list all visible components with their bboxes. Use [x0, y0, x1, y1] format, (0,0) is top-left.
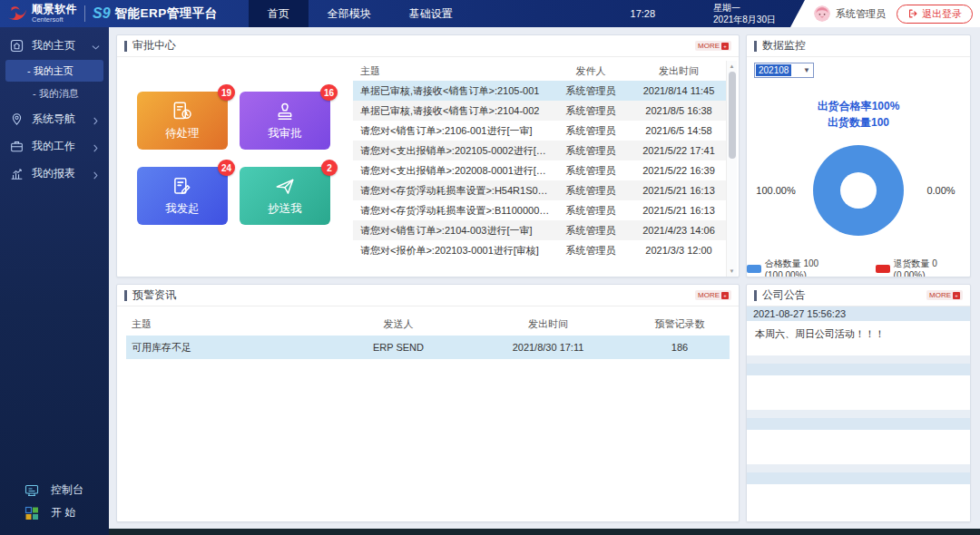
column-header-subject: 主题 [126, 317, 330, 331]
nav-icon [10, 112, 24, 126]
notice-content[interactable]: 本周六、周日公司活动！！！ [747, 321, 970, 355]
notice-content[interactable] [747, 484, 970, 521]
username-label: 系统管理员 [836, 7, 886, 21]
more-label: MORE [698, 42, 720, 50]
approval-row[interactable]: 请您对<支出报销单>:202105-0002进行[审核] 系统管理员 2021/… [353, 141, 726, 160]
approval-row[interactable]: 请您对<存货浮动耗损率设置>:B11000001进行[审核] 系统管理员 202… [353, 200, 726, 220]
alerts-panel-header: 预警资讯 MORE + [117, 285, 739, 306]
row-time: 2021/8/14 11:45 [632, 85, 726, 96]
scroll-up-icon[interactable]: ▲ [730, 61, 735, 72]
row-sender: 系统管理员 [550, 164, 632, 178]
home-icon [10, 39, 24, 53]
chevron-right-icon [92, 142, 100, 151]
approval-table: 主题 发件人 发出时间 单据已审核,请接收<销售订单>:2105-001 系统管… [346, 57, 739, 277]
sidebar-item-my-reports[interactable]: 我的报表 [0, 160, 109, 187]
tab-basic-settings[interactable]: 基础设置 [390, 0, 472, 27]
row-time: 2021/5/21 16:13 [632, 185, 726, 196]
row-subject: 请您对<存货浮动耗损率设置>:B11000001进行[审核] [353, 204, 550, 218]
approval-row[interactable]: 请您对<销售订单>:2106-001进行[一审] 系统管理员 2021/6/5 … [353, 121, 726, 141]
notice-date [747, 364, 970, 375]
chevron-down-icon: ▼ [803, 66, 810, 74]
compose-icon [171, 175, 194, 199]
donut-right-label: 0.00% [916, 185, 966, 196]
tile-my-initiate[interactable]: 24 我发起 [137, 167, 228, 225]
approval-row[interactable]: 请您对<报价单>:202103-0001进行[审核] 系统管理员 2021/3/… [353, 240, 726, 260]
alerts-more-button[interactable]: MORE + [695, 290, 731, 300]
badge-count: 16 [320, 84, 338, 101]
notice-panel-header: 公司公告 MORE + [747, 285, 970, 306]
approval-more-button[interactable]: MORE + [695, 41, 731, 51]
tab-home[interactable]: 首页 [249, 0, 309, 27]
alerts-table-rows: 可用库存不足 ERP SEND 2021/8/30 17:11 186 [126, 336, 730, 359]
approval-body: 19 待处理 16 我审批 24 我发起 2 抄送我 主题 发件人 [117, 57, 739, 277]
report-icon [10, 167, 24, 180]
notice-content[interactable] [747, 375, 970, 410]
tab-all-modules[interactable]: 全部模块 [309, 0, 390, 27]
topbar: 顺景软件 Centersoft S9 智能ERP管理平台 首页全部模块基础设置 … [0, 0, 980, 27]
donut-chart [813, 145, 904, 236]
pass-rate-line: 出货合格率100% [747, 98, 970, 114]
approval-row[interactable]: 请您对<支出报销单>:202008-0001进行[审核] 系统管理员 2021/… [353, 160, 726, 180]
chevron-right-icon [92, 115, 100, 123]
notice-content[interactable] [747, 430, 970, 464]
sidebar-item-label: 系统导航 [32, 112, 92, 127]
donut-chart-row: 100.00% 0.00% [747, 145, 970, 236]
sidebar-item-label: 我的主页 [32, 38, 92, 54]
sidebar-subitem-my-messages[interactable]: - 我的消息 [5, 83, 103, 104]
scroll-down-icon[interactable]: ▼ [730, 266, 735, 277]
paper-plane-icon [273, 175, 297, 199]
approval-row[interactable]: 请您对<存货浮动耗损率设置>:H54R1S006002进行[审核] 系统管理员 … [353, 180, 726, 200]
badge-count: 2 [321, 160, 338, 176]
row-time: 2021/3/3 12:00 [632, 245, 726, 256]
tile-cc-me[interactable]: 2 抄送我 [240, 167, 330, 225]
approval-table-columns: 主题 发件人 发出时间 单据已审核,请接收<销售订单>:2105-001 系统管… [353, 61, 726, 277]
notice-body: 2021-08-27 15:56:23本周六、周日公司活动！！！ [747, 306, 970, 521]
row-sender: 系统管理员 [550, 244, 632, 258]
user-avatar[interactable] [814, 5, 830, 22]
notice-panel-title: 公司公告 [754, 287, 806, 303]
console-icon [24, 483, 39, 498]
approval-panel-title: 审批中心 [124, 38, 176, 54]
weekday-label: 星期一 [713, 2, 776, 14]
period-value: 202108 [756, 64, 791, 76]
stamp-icon [273, 100, 297, 123]
logo-name-cn: 顺景软件 [32, 4, 77, 15]
tile-label: 抄送我 [268, 201, 302, 217]
sidebar-subitem-my-home-page[interactable]: - 我的主页 [5, 60, 103, 82]
legend-text: 退货数量 0 (0.00%) [894, 258, 970, 277]
row-subject: 单据已审核,请接收<销售订单>:2105-001 [353, 84, 550, 98]
table-scrollbar[interactable]: ▲ ▼ [726, 61, 737, 277]
user-area: 系统管理员 退出登录 [790, 0, 980, 27]
row-subject: 请您对<报价单>:202103-0001进行[审核] [353, 244, 550, 258]
tile-my-approve[interactable]: 16 我审批 [240, 92, 330, 150]
sidebar-footer-console[interactable]: 控制台 [0, 479, 109, 501]
sidebar: 我的主页 - 我的主页- 我的消息 系统导航 我的工作 我的报表 控制台 开 始 [0, 27, 109, 535]
approval-row[interactable]: 请您对<销售订单>:2104-003进行[一审] 系统管理员 2021/4/23… [353, 220, 726, 240]
row-count: 186 [630, 342, 730, 353]
sidebar-item-label: 我的工作 [32, 139, 92, 154]
sidebar-item-system-nav[interactable]: 系统导航 [0, 105, 109, 132]
sidebar-footer-start[interactable]: 开 始 [0, 501, 109, 524]
approval-row[interactable]: 单据已审核,请接收<销售订单>:2105-001 系统管理员 2021/8/14… [353, 81, 726, 101]
approval-row[interactable]: 单据已审核,请接收<销售订单>:2104-002 系统管理员 2021/8/5 … [353, 101, 726, 121]
alert-row[interactable]: 可用库存不足 ERP SEND 2021/8/30 17:11 186 [126, 336, 730, 359]
more-grid-icon: + [953, 292, 960, 299]
scrollbar-track[interactable] [729, 72, 736, 266]
monitor-panel-header: 数据监控 [747, 35, 970, 57]
sidebar-item-my-work[interactable]: 我的工作 [0, 132, 109, 160]
period-select[interactable]: 202108 ▼ [754, 63, 814, 78]
sidebar-item-my-home[interactable]: 我的主页 [0, 32, 109, 59]
logo-swirl-icon [6, 3, 28, 24]
notice-separator [747, 410, 970, 418]
more-label: MORE [929, 291, 951, 299]
app-logo[interactable]: 顺景软件 Centersoft [0, 3, 77, 24]
tile-pending[interactable]: 19 待处理 [137, 92, 228, 150]
scrollbar-thumb[interactable] [729, 72, 736, 159]
notice-more-button[interactable]: MORE + [926, 290, 963, 300]
row-subject: 请您对<销售订单>:2104-003进行[一审] [353, 224, 550, 238]
notice-date [747, 472, 970, 484]
alerts-panel-title: 预警资讯 [124, 287, 176, 303]
logout-button[interactable]: 退出登录 [897, 5, 973, 24]
topbar-tabs: 首页全部模块基础设置 [249, 0, 472, 27]
sidebar-menu: 我的主页 - 我的主页- 我的消息 系统导航 我的工作 我的报表 [0, 27, 109, 187]
